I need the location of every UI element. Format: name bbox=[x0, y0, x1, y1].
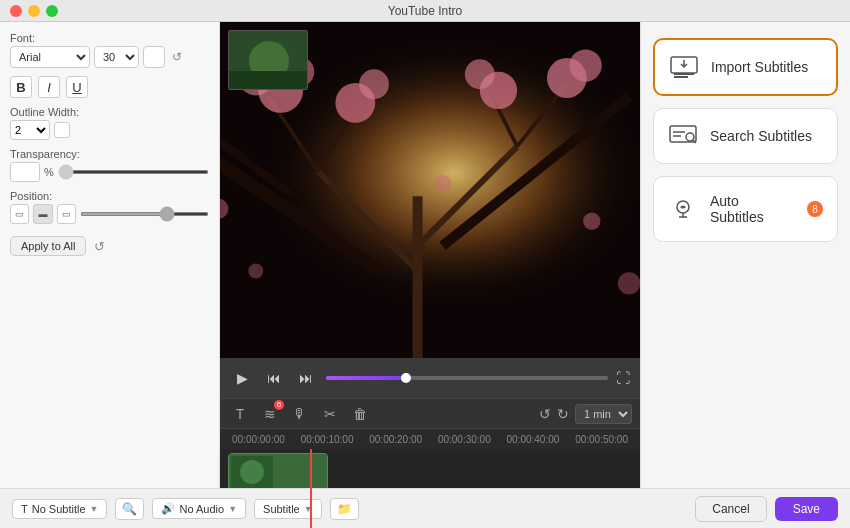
position-bottom-button[interactable]: ▭ bbox=[57, 204, 76, 224]
svg-point-25 bbox=[434, 175, 451, 192]
audio-wave-button[interactable]: ≋ 6 bbox=[258, 402, 282, 426]
italic-button[interactable]: I bbox=[38, 76, 60, 98]
outline-color-picker[interactable] bbox=[54, 122, 70, 138]
percent-label: % bbox=[44, 166, 54, 178]
delete-button[interactable]: 🗑 bbox=[348, 402, 372, 426]
audio-icon: 🔊 bbox=[161, 502, 175, 515]
timeline-toolbar: T ≋ 6 🎙 ✂ 🗑 ↺ ↻ bbox=[220, 399, 640, 429]
audio-dropdown-button[interactable]: 🔊 No Audio ▼ bbox=[152, 498, 246, 519]
clip-icon: ✂ bbox=[324, 406, 336, 422]
ruler-mark-0: 00:00:00:00 bbox=[232, 434, 285, 445]
apply-to-all-button[interactable]: Apply to All bbox=[10, 236, 86, 256]
svg-point-38 bbox=[686, 133, 694, 141]
position-center-button[interactable]: ▬ bbox=[33, 204, 52, 224]
font-size-select[interactable]: 30 bbox=[94, 46, 139, 68]
font-family-select[interactable]: Arial bbox=[10, 46, 90, 68]
minimize-button[interactable] bbox=[28, 5, 40, 17]
subtitle-type-label: Subtitle bbox=[263, 503, 300, 515]
outline-section: Outline Width: 2 bbox=[10, 106, 209, 140]
redo-button[interactable]: ↻ bbox=[557, 406, 569, 422]
transparency-section: Transparency: 0 % bbox=[10, 148, 209, 182]
position-label: Position: bbox=[10, 190, 209, 202]
badge-count: 6 bbox=[274, 400, 284, 410]
voiceover-icon: 🎙 bbox=[293, 406, 307, 422]
prev-button[interactable]: ⏮ bbox=[262, 366, 286, 390]
voiceover-button[interactable]: 🎙 bbox=[288, 402, 312, 426]
ruler-mark-2: 00:00:20:00 bbox=[369, 434, 422, 445]
ruler-mark-4: 00:00:40:00 bbox=[507, 434, 560, 445]
svg-point-31 bbox=[240, 460, 264, 484]
progress-bar[interactable] bbox=[326, 376, 608, 380]
timeline-right-controls: ↺ ↻ 1 min bbox=[539, 404, 632, 424]
zoom-select[interactable]: 1 min bbox=[575, 404, 632, 424]
svg-point-22 bbox=[248, 263, 263, 278]
next-button[interactable]: ⏭ bbox=[294, 366, 318, 390]
bottom-right-buttons: Cancel Save bbox=[695, 496, 838, 522]
color-picker[interactable] bbox=[143, 46, 165, 68]
svg-point-15 bbox=[569, 49, 601, 81]
position-section: Position: ▭ ▬ ▭ bbox=[10, 190, 209, 224]
bottom-bar: T No Subtitle ▼ 🔍 🔊 No Audio ▼ Subtitle … bbox=[0, 488, 850, 528]
search-subtitles-label: Search Subtitles bbox=[710, 128, 812, 144]
save-button[interactable]: Save bbox=[775, 497, 838, 521]
folder-button[interactable]: 📁 bbox=[330, 498, 359, 520]
outline-label: Outline Width: bbox=[10, 106, 209, 118]
font-section: Font: Arial 30 ↺ bbox=[10, 32, 209, 68]
text-style-buttons: B I U bbox=[10, 76, 209, 98]
undo-button[interactable]: ↺ bbox=[539, 406, 551, 422]
timeline-needle bbox=[310, 449, 312, 528]
transparency-slider[interactable] bbox=[58, 170, 209, 174]
progress-dot bbox=[401, 373, 411, 383]
center-area: ▶ ⏮ ⏭ ⛶ T ≋ 6 🎙 bbox=[220, 22, 640, 528]
outline-width-select[interactable]: 2 bbox=[10, 120, 50, 140]
auto-subtitles-label: Auto Subtitles bbox=[710, 193, 795, 225]
playback-controls: ▶ ⏮ ⏭ ⛶ bbox=[220, 358, 640, 398]
svg-rect-28 bbox=[229, 71, 308, 90]
import-subtitles-label: Import Subtitles bbox=[711, 59, 808, 75]
position-row: ▭ ▬ ▭ bbox=[10, 204, 209, 224]
close-button[interactable] bbox=[10, 5, 22, 17]
window-title: YouTube Intro bbox=[388, 4, 463, 18]
titlebar: YouTube Intro bbox=[0, 0, 850, 22]
transparency-row: 0 % bbox=[10, 162, 209, 182]
search-subtitles-option[interactable]: Search Subtitles bbox=[653, 108, 838, 164]
import-subtitles-option[interactable]: Import Subtitles bbox=[653, 38, 838, 96]
position-top-button[interactable]: ▭ bbox=[10, 204, 29, 224]
auto-subtitles-option[interactable]: Auto Subtitles 8 bbox=[653, 176, 838, 242]
cancel-button[interactable]: Cancel bbox=[695, 496, 766, 522]
ruler-mark-5: 00:00:50:00 bbox=[575, 434, 628, 445]
right-panel: Import Subtitles Search Subtitles bbox=[640, 22, 850, 528]
underline-button[interactable]: U bbox=[66, 76, 88, 98]
clip-button[interactable]: ✂ bbox=[318, 402, 342, 426]
font-row: Arial 30 ↺ bbox=[10, 46, 209, 68]
subtitle-chevron-icon: ▼ bbox=[90, 504, 99, 514]
maximize-button[interactable] bbox=[46, 5, 58, 17]
search-button[interactable]: 🔍 bbox=[115, 498, 144, 520]
left-panel: Font: Arial 30 ↺ B I U Outline Width: 2 bbox=[0, 22, 220, 528]
trash-icon: 🗑 bbox=[353, 406, 367, 422]
video-area bbox=[220, 22, 640, 358]
outline-row: 2 bbox=[10, 120, 209, 140]
audio-chevron-icon: ▼ bbox=[228, 504, 237, 514]
position-slider[interactable] bbox=[80, 212, 209, 216]
play-button[interactable]: ▶ bbox=[230, 366, 254, 390]
subtitle-dropdown-button[interactable]: T No Subtitle ▼ bbox=[12, 499, 107, 519]
subtitle-dropdown-label: No Subtitle bbox=[32, 503, 86, 515]
fullscreen-button[interactable]: ⛶ bbox=[616, 370, 630, 386]
svg-point-23 bbox=[583, 212, 600, 229]
subtitle-tool-icon: T bbox=[236, 406, 245, 422]
color-refresh-icon[interactable]: ↺ bbox=[169, 49, 185, 65]
import-subtitles-icon bbox=[669, 56, 699, 78]
subtitle-icon-small: T bbox=[21, 503, 28, 515]
ruler-mark-1: 00:00:10:00 bbox=[301, 434, 354, 445]
auto-subtitles-icon bbox=[668, 198, 698, 220]
transparency-input[interactable]: 0 bbox=[10, 162, 40, 182]
audio-dropdown-label: No Audio bbox=[179, 503, 224, 515]
bold-button[interactable]: B bbox=[10, 76, 32, 98]
timeline-ruler: 00:00:00:00 00:00:10:00 00:00:20:00 00:0… bbox=[220, 429, 640, 449]
svg-point-24 bbox=[618, 272, 640, 294]
video-thumbnail bbox=[228, 30, 308, 90]
subtitle-tool-button[interactable]: T bbox=[228, 402, 252, 426]
svg-point-17 bbox=[465, 59, 495, 89]
refresh-icon[interactable]: ↺ bbox=[94, 239, 105, 254]
